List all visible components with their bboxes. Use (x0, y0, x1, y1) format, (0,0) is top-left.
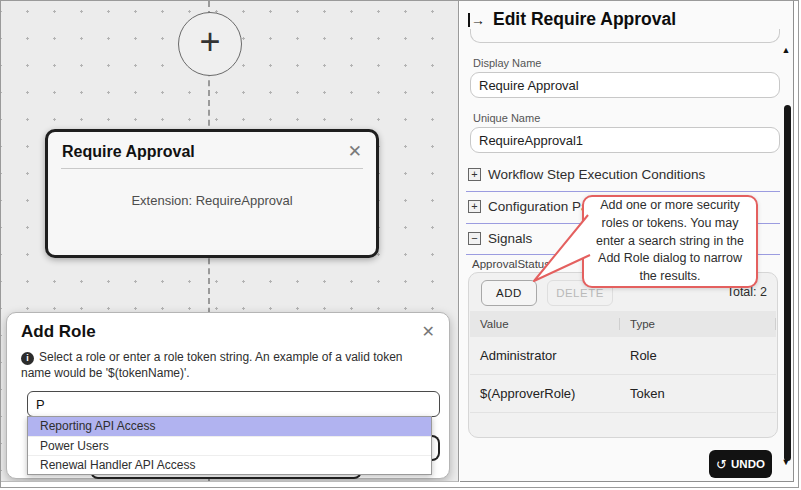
collapse-panel-icon[interactable]: → (468, 13, 485, 27)
close-icon[interactable]: ✕ (348, 141, 362, 162)
table-row[interactable]: Administrator Role (470, 337, 776, 375)
edit-panel: → Edit Require Approval Display Name Uni… (460, 1, 794, 482)
role-search-input[interactable] (27, 391, 440, 417)
cell-value: $(ApproverRole) (470, 386, 620, 401)
undo-button[interactable]: ↺ UNDO (709, 450, 772, 478)
cell-type: Token (620, 386, 776, 401)
signals-group: ADD DELETE Total: 2 Value Type Administr… (468, 272, 778, 438)
unique-name-input[interactable] (470, 127, 780, 153)
column-header-type: Type (620, 318, 776, 330)
section-signals[interactable]: − Signals (468, 231, 532, 246)
node-divider (61, 168, 363, 169)
table-row[interactable]: $(ApproverRole) Token (470, 375, 776, 413)
scroll-down-arrow[interactable]: ▼ (780, 457, 792, 467)
role-option[interactable]: Reporting API Access (28, 417, 431, 437)
signals-table: Value Type Administrator Role $(Approver… (470, 311, 776, 413)
display-name-input[interactable] (470, 72, 780, 98)
undo-icon: ↺ (716, 457, 727, 472)
collapse-icon[interactable]: − (468, 232, 481, 245)
close-icon[interactable]: ✕ (422, 322, 435, 341)
scroll-up-arrow[interactable]: ▲ (780, 45, 792, 55)
workflow-node-require-approval[interactable]: Require Approval ✕ Extension: RequireApp… (45, 129, 379, 258)
section-divider (466, 191, 780, 192)
section-label: Workflow Step Execution Conditions (488, 167, 705, 182)
panel-title: Edit Require Approval (493, 9, 676, 30)
node-title: Require Approval (62, 143, 195, 161)
callout-text: Add one or more security roles or tokens… (584, 195, 756, 288)
app-window: + Require Approval ✕ Extension: RequireA… (0, 0, 799, 488)
unique-name-label: Unique Name (473, 112, 540, 124)
add-role-dialog: Add Role ✕ iSelect a role or enter a rol… (6, 312, 450, 479)
callout-tail (526, 201, 596, 289)
node-extension-text: Extension: RequireApproval (48, 193, 376, 208)
plus-icon: + (199, 21, 220, 63)
expand-icon[interactable]: + (468, 168, 481, 181)
display-name-label: Display Name (473, 57, 541, 69)
role-option[interactable]: Power Users (28, 437, 431, 457)
cell-value: Administrator (470, 348, 620, 363)
role-suggestion-list: Reporting API Access Power Users Renewal… (27, 416, 432, 475)
dialog-info-text: iSelect a role or enter a role token str… (7, 342, 449, 381)
table-header-row: Value Type (470, 311, 776, 337)
expand-icon[interactable]: + (468, 200, 481, 213)
callout-tooltip: Add one or more security roles or tokens… (582, 195, 758, 288)
role-option[interactable]: Renewal Handler API Access (28, 456, 431, 476)
info-icon: i (21, 352, 34, 365)
workflow-canvas[interactable]: + Require Approval ✕ Extension: RequireA… (1, 1, 459, 482)
scrolled-field-fragment (470, 29, 780, 43)
column-header-value: Value (470, 318, 620, 330)
add-step-button[interactable]: + (178, 12, 242, 76)
cell-type: Role (620, 348, 776, 363)
section-workflow-step-execution-conditions[interactable]: + Workflow Step Execution Conditions (468, 167, 705, 182)
dialog-title: Add Role (21, 322, 96, 342)
scrollbar-thumb[interactable] (784, 105, 791, 461)
undo-label: UNDO (731, 458, 765, 470)
